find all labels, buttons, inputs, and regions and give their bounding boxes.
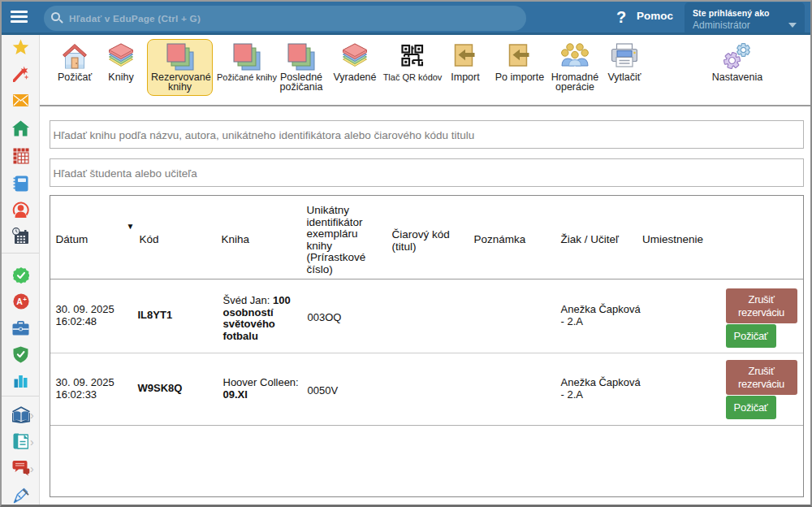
- svg-text:+: +: [23, 296, 27, 303]
- svg-text:A: A: [16, 297, 23, 306]
